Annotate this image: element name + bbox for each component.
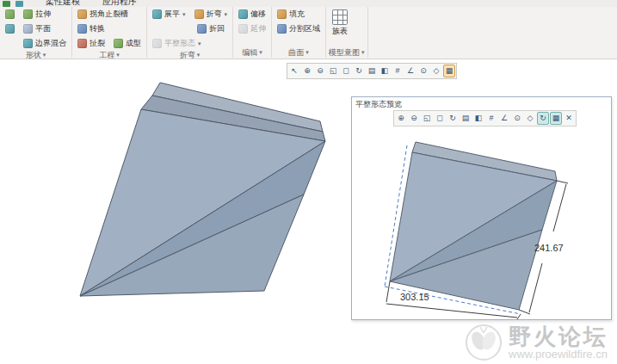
tab-flexible-modeling[interactable]: 柔性建模 — [46, 0, 80, 6]
flange-wall-icon — [5, 24, 15, 34]
in-graphics-toolbar: ↖⊕⊖◱◻↻▤◧#∠⊙◇▦ — [287, 63, 457, 79]
dim-line-height — [553, 184, 566, 231]
divide-surface-button[interactable]: 分割区域 — [275, 22, 323, 35]
group-surfaces: 填充 分割区域 曲面 ▾ — [272, 7, 326, 58]
group-label-text: 模型意图 — [329, 47, 360, 59]
close-preview-icon[interactable]: ✕ — [563, 112, 575, 125]
flat-pattern-preview-window[interactable]: 平整形态预览 ⊕⊖◱◻↻▤◧#∠⊙◇↻▦✕ 241.67 303.15 — [351, 96, 612, 320]
offset-button[interactable]: 偏移 — [236, 8, 268, 21]
flat-state-icon — [152, 39, 162, 48]
group-label-surfaces[interactable]: 曲面 ▾ — [275, 47, 323, 58]
saved-views-icon[interactable]: ▤ — [460, 112, 472, 125]
group-label-bends[interactable]: 折弯 ▾ — [150, 50, 230, 60]
chevron-down-icon: ▾ — [43, 52, 46, 59]
spin-center-icon[interactable]: ⊙ — [417, 65, 429, 77]
zoom-out-icon[interactable]: ⊖ — [314, 65, 326, 77]
group-label-model-intent[interactable]: 模型意图 ▾ — [329, 47, 365, 58]
group-label-text: 形状 — [26, 50, 41, 61]
repaint-icon[interactable]: ↻ — [447, 112, 459, 125]
display-style-icon[interactable]: ◧ — [472, 112, 484, 125]
planar-button[interactable]: 平面 — [21, 22, 69, 35]
flat-state-preview-icon[interactable]: ▦ — [443, 65, 455, 77]
bend-icon — [194, 9, 204, 19]
chevron-down-icon: ▾ — [361, 49, 365, 56]
divide-surface-label: 分割区域 — [289, 23, 320, 34]
flange-wall-button[interactable] — [3, 22, 17, 35]
zoom-in-icon[interactable]: ⊕ — [395, 112, 407, 125]
convert-button[interactable]: 转换 — [75, 22, 144, 35]
zoom-window-icon[interactable]: ◱ — [327, 65, 339, 77]
show-dimensions-icon[interactable]: ▦ — [550, 112, 562, 125]
zoom-out-icon[interactable]: ⊖ — [408, 112, 420, 125]
bend-button[interactable]: 折弯▾ — [192, 8, 231, 21]
planar-label: 平面 — [35, 23, 51, 34]
refit-icon[interactable]: ◻ — [340, 65, 352, 77]
ribbon-groups: 拉伸 平面 边界混合 形状 ▾ 拐角止裂槽 转换 扯裂 成型 — [0, 7, 617, 58]
chevron-down-icon: ▾ — [197, 52, 201, 59]
annotation-display-icon[interactable]: ∠ — [404, 65, 416, 77]
dimension-width-value[interactable]: 303.15 — [400, 292, 429, 302]
dimension-height-value[interactable]: 241.67 — [534, 243, 564, 253]
dim-line-height — [529, 263, 542, 312]
corner-relief-button[interactable]: 拐角止裂槽 — [75, 8, 144, 21]
zoom-window-icon[interactable]: ◱ — [421, 112, 433, 125]
refit-icon[interactable]: ◻ — [434, 112, 446, 125]
convert-label: 转换 — [89, 23, 105, 34]
group-editing: 偏移 延伸 编辑 ▾ — [233, 7, 272, 58]
form-label: 成型 — [126, 38, 141, 49]
rip-button[interactable]: 扯裂 — [75, 37, 108, 50]
annotation-display-icon[interactable]: ∠ — [498, 112, 510, 125]
divide-surface-icon — [277, 24, 287, 34]
form-button[interactable]: 成型 — [111, 37, 144, 50]
flat-pattern-button[interactable]: 展平▾ — [150, 8, 188, 21]
tab-applications[interactable]: 应用程序 — [102, 0, 137, 6]
display-style-icon[interactable]: ◧ — [379, 65, 391, 77]
spin-center-icon[interactable]: ⊙ — [511, 112, 523, 125]
chevron-down-icon: ▾ — [198, 40, 201, 47]
butterfly-logo-icon — [464, 323, 503, 362]
dim-extension-line — [519, 310, 530, 314]
extrude-label: 拉伸 — [35, 9, 51, 20]
flat-wall-button[interactable] — [3, 8, 17, 21]
select-arrow-icon[interactable]: ↖ — [288, 65, 300, 77]
update-preview-icon[interactable]: ↻ — [537, 112, 549, 125]
rip-icon — [77, 39, 87, 48]
preview-toolbar: ⊕⊖◱◻↻▤◧#∠⊙◇↻▦✕ — [393, 110, 577, 126]
dim-line-width — [386, 304, 517, 318]
preview-title: 平整形态预览 — [355, 99, 402, 110]
chevron-down-icon: ▾ — [116, 52, 120, 59]
flat-state-button[interactable]: 平整形态▾ — [150, 37, 230, 50]
dim-extension-line — [386, 281, 390, 302]
group-engineering: 拐角止裂槽 转换 扯裂 成型 工程 ▾ — [72, 7, 147, 58]
view-normal-icon[interactable]: ◇ — [524, 112, 536, 125]
extend-button[interactable]: 延伸 — [236, 22, 268, 35]
chevron-down-icon: ▾ — [305, 49, 309, 56]
bend-back-button[interactable]: 折回 — [194, 22, 230, 35]
offset-label: 偏移 — [250, 9, 266, 20]
view-manager-icon[interactable]: ◇ — [430, 65, 442, 77]
group-label-editing[interactable]: 编辑 ▾ — [236, 47, 268, 58]
group-shapes: 拉伸 平面 边界混合 形状 ▾ — [0, 7, 72, 58]
bend-label: 折弯 — [207, 9, 222, 20]
group-model-intent: 族表 模型意图 ▾ — [326, 7, 368, 58]
watermark-url[interactable]: www.proewildfire.cn — [509, 349, 608, 361]
family-table-button[interactable]: 族表 — [329, 8, 351, 47]
zoom-in-icon[interactable]: ⊕ — [301, 65, 313, 77]
group-label-engineering[interactable]: 工程 ▾ — [75, 50, 144, 60]
group-label-shapes[interactable]: 形状 ▾ — [3, 50, 69, 60]
family-table-label: 族表 — [332, 26, 348, 37]
saved-views-icon[interactable]: ▤ — [366, 65, 378, 77]
fill-button[interactable]: 填充 — [275, 8, 323, 21]
quick-access-icon[interactable] — [15, 1, 23, 7]
boundary-blend-icon — [23, 39, 33, 48]
datum-display-icon[interactable]: # — [392, 65, 404, 77]
bend-back-label: 折回 — [209, 23, 225, 34]
preview-graphics[interactable]: 241.67 303.15 — [352, 97, 611, 319]
boundary-blend-button[interactable]: 边界混合 — [21, 37, 69, 50]
ribbon: 柔性建模 应用程序 拉伸 平面 边界混合 形状 ▾ — [0, 0, 617, 59]
group-label-text: 折弯 — [180, 50, 195, 61]
datum-display-icon[interactable]: # — [485, 112, 497, 125]
repaint-icon[interactable]: ↻ — [353, 65, 365, 77]
extrude-button[interactable]: 拉伸 — [21, 8, 69, 21]
file-menu-icon[interactable] — [3, 1, 10, 7]
